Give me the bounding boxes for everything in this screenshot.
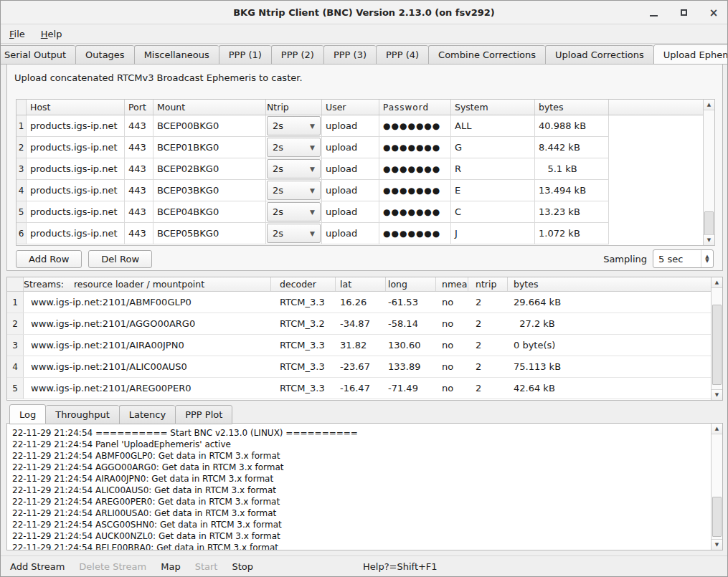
stream-row[interactable]: 5www.igs-ip.net:2101/AREG00PER0RTCM_3.3-… (7, 378, 711, 399)
spin-down-icon[interactable]: ▼ (705, 259, 709, 263)
host-cell[interactable]: products.igs-ip.net (27, 201, 125, 223)
menu-help[interactable]: Help (41, 29, 62, 39)
password-cell[interactable]: ●●●●●●● (379, 115, 451, 137)
host-cell[interactable]: products.igs-ip.net (27, 137, 125, 158)
tab-log[interactable]: Log (9, 404, 46, 424)
streams-scrollbar[interactable]: ▲ ▼ (711, 277, 722, 400)
sampling-value[interactable]: 5 sec (653, 250, 701, 267)
password-cell[interactable]: ●●●●●●● (379, 137, 451, 158)
system-cell[interactable]: ALL (451, 115, 535, 137)
add-stream-button[interactable]: Add Stream (10, 561, 65, 572)
scroll-up-icon[interactable]: ▲ (712, 277, 722, 288)
system-cell[interactable]: R (451, 158, 535, 180)
tab-serial-output[interactable]: Serial Output (0, 45, 75, 65)
user-cell[interactable]: upload (322, 115, 379, 137)
port-cell[interactable]: 443 (125, 201, 153, 223)
password-cell[interactable]: ●●●●●●● (379, 223, 451, 244)
port-cell[interactable]: 443 (125, 158, 153, 180)
spinner-arrows[interactable]: ▲▼ (701, 250, 713, 267)
upload-table-row: 4products.igs-ip.net443BCEP03BKG02s▼uplo… (16, 180, 703, 201)
tab-ppp-plot[interactable]: PPP Plot (175, 405, 232, 424)
user-cell[interactable]: upload (322, 223, 379, 244)
ntrip-select[interactable]: 2s▼ (267, 181, 321, 200)
ntrip-select[interactable]: 2s▼ (267, 159, 321, 178)
scroll-up-icon[interactable]: ▲ (712, 424, 722, 434)
stream-ntrip: 2 (468, 335, 508, 356)
ntrip-select[interactable]: 2s▼ (267, 138, 321, 157)
tab-upload-ephemeris[interactable]: Upload Ephemeris (653, 44, 728, 65)
mount-cell[interactable]: BCEP01BKG0 (153, 137, 266, 158)
upload-table-scrollbar[interactable]: ▲ ▼ (703, 100, 714, 245)
stream-row[interactable]: 4www.igs-ip.net:2101/ALIC00AUS0RTCM_3.3-… (7, 356, 711, 378)
stream-row[interactable]: 3www.igs-ip.net:2101/AIRA00JPN0RTCM_3.33… (7, 335, 711, 356)
close-icon[interactable]: × (707, 6, 720, 19)
map-button[interactable]: Map (161, 561, 180, 572)
log-scrollbar[interactable]: ▲ ▼ (711, 424, 722, 550)
host-cell[interactable]: products.igs-ip.net (27, 223, 125, 244)
mount-cell[interactable]: BCEP02BKG0 (153, 158, 266, 180)
ntrip-select[interactable]: 2s▼ (267, 116, 321, 135)
scroll-up-icon[interactable]: ▲ (704, 100, 714, 110)
scroll-down-icon[interactable]: ▼ (712, 539, 722, 550)
tab-upload-corrections[interactable]: Upload Corrections (545, 45, 653, 65)
filler-cell (609, 180, 703, 201)
port-cell[interactable]: 443 (125, 180, 153, 201)
tab-latency[interactable]: Latency (119, 405, 175, 424)
mount-cell[interactable]: BCEP03BKG0 (153, 180, 266, 201)
mount-cell[interactable]: BCEP05BKG0 (153, 223, 266, 244)
scroll-down-icon[interactable]: ▼ (704, 234, 714, 245)
port-cell[interactable]: 443 (125, 115, 153, 137)
tab-outages[interactable]: Outages (75, 45, 134, 65)
window-controls: × (647, 1, 720, 24)
delete-stream-button: Delete Stream (79, 561, 146, 572)
user-cell[interactable]: upload (322, 201, 379, 223)
ntrip-select[interactable]: 2s▼ (267, 202, 321, 221)
ntrip-value: 2s (273, 142, 283, 153)
ntrip-select[interactable]: 2s▼ (267, 224, 321, 243)
del-row-button[interactable]: Del Row (88, 250, 152, 268)
host-cell[interactable]: products.igs-ip.net (27, 115, 125, 137)
user-cell[interactable]: upload (322, 180, 379, 201)
stream-decoder: RTCM_3.3 (271, 378, 336, 399)
user-cell[interactable]: upload (322, 137, 379, 158)
minimize-icon[interactable] (647, 6, 660, 19)
scrollbar-thumb[interactable] (712, 497, 722, 537)
mount-cell[interactable]: BCEP00BKG0 (153, 115, 266, 137)
tab-combine-corrections[interactable]: Combine Corrections (428, 45, 545, 65)
ntrip-header: ntrip (468, 277, 508, 291)
tab-ppp-2[interactable]: PPP (2) (271, 45, 323, 65)
tab-ppp-4[interactable]: PPP (4) (376, 45, 428, 65)
bytes-cell: 5.1 kB (535, 158, 609, 180)
maximize-icon[interactable] (677, 6, 690, 19)
password-cell[interactable]: ●●●●●●● (379, 201, 451, 223)
system-cell[interactable]: E (451, 180, 535, 201)
system-cell[interactable]: C (451, 201, 535, 223)
mount-cell[interactable]: BCEP04BKG0 (153, 201, 266, 223)
host-cell[interactable]: products.igs-ip.net (27, 180, 125, 201)
host-cell[interactable]: products.igs-ip.net (27, 158, 125, 180)
add-row-button[interactable]: Add Row (16, 250, 82, 268)
password-cell[interactable]: ●●●●●●● (379, 158, 451, 180)
stream-ntrip: 2 (468, 292, 508, 313)
user-cell[interactable]: upload (322, 158, 379, 180)
menu-file[interactable]: File (9, 29, 25, 39)
system-cell[interactable]: J (451, 223, 535, 244)
stream-ntrip: 2 (468, 378, 508, 399)
stream-long: -61.53 (386, 292, 436, 313)
scroll-down-icon[interactable]: ▼ (712, 389, 722, 400)
header-mount: Mount (153, 100, 266, 115)
tab-miscellaneous[interactable]: Miscellaneous (134, 45, 219, 65)
tab-throughput[interactable]: Throughput (46, 405, 119, 424)
stream-row[interactable]: 2www.igs-ip.net:2101/AGGO00ARG0RTCM_3.2-… (7, 313, 711, 335)
tab-ppp-3[interactable]: PPP (3) (323, 45, 376, 65)
password-cell[interactable]: ●●●●●●● (379, 180, 451, 201)
stream-row[interactable]: 1www.igs-ip.net:2101/ABMF00GLP0RTCM_3.31… (7, 292, 711, 313)
stop-button[interactable]: Stop (232, 561, 253, 572)
stream-lat: 31.82 (336, 335, 386, 356)
port-cell[interactable]: 443 (125, 223, 153, 244)
tab-ppp-1[interactable]: PPP (1) (219, 45, 271, 65)
scrollbar-thumb[interactable] (712, 305, 722, 386)
port-cell[interactable]: 443 (125, 137, 153, 158)
sampling-spinbox[interactable]: 5 sec ▲▼ (653, 249, 714, 268)
system-cell[interactable]: G (451, 137, 535, 158)
